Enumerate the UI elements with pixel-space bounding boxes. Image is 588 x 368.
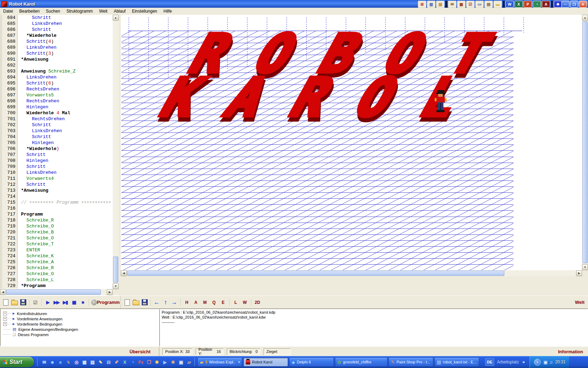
code-line[interactable]: 704 Schritt (0, 134, 113, 140)
scanner-icon[interactable]: ⊟ (105, 358, 113, 366)
mail-icon[interactable]: ✉ (40, 358, 48, 366)
tree-item[interactable]: +▶Vordefinierte Anweisungen (0, 316, 159, 321)
code-line[interactable]: 686 Schritt (0, 27, 113, 33)
tree-item[interactable]: ▤Eigene Anweisungen/Bedingungen (0, 327, 159, 332)
code-line[interactable]: 714 (0, 193, 113, 199)
word-icon[interactable]: W (505, 1, 514, 8)
code-line[interactable]: 721 Schreibe_O (0, 235, 113, 241)
taskbar-window-gronsfeld-chiffre[interactable]: ✿gronsfeld_chiffre (335, 357, 387, 367)
code-line[interactable]: 709 Schritt (0, 164, 113, 170)
calculator-icon[interactable]: ▦ (80, 358, 89, 366)
code-line[interactable]: 707 Schritt (0, 152, 113, 158)
code-line[interactable]: 720 Schreibe_B (0, 229, 113, 235)
code-line[interactable]: 685 LinksDrehen (0, 21, 113, 27)
brick-a-button[interactable]: A (192, 299, 200, 306)
code-line[interactable]: 684 Schritt (0, 15, 113, 21)
code-line[interactable]: 706 *Wiederhole} (0, 146, 113, 152)
taskbar-window-windows-expl-[interactable]: ▰3Windows Expl...▾ (197, 357, 242, 367)
tree-item[interactable]: ❑Dieses Programm (0, 332, 159, 337)
menu-datei[interactable]: Datei (0, 8, 16, 14)
language-indicator[interactable]: DE (485, 358, 494, 366)
menu-bearbeiten[interactable]: Bearbeiten (16, 8, 43, 14)
taskbar-window-paint-shop-pro-t-[interactable]: ✎Paint Shop Pro - t... (388, 357, 433, 367)
quicklaunch-handle[interactable] (37, 358, 39, 366)
camera-icon[interactable]: ▧ (436, 1, 444, 8)
pictures-icon[interactable]: ▣ (177, 358, 185, 366)
taskbar-window-robot-karol[interactable]: Robot Karol (243, 357, 288, 367)
code-line[interactable]: 691*Anweisung (0, 56, 113, 62)
view-2d-button[interactable]: 2D (254, 299, 261, 306)
code-line[interactable]: 719 Schreibe_O (0, 223, 113, 229)
code-line[interactable]: 690 Schritt(3) (0, 50, 113, 56)
world-horizontal-scrollbar[interactable]: ◀ ▶ (121, 270, 582, 276)
tray-chevron-icon[interactable]: ‹ (534, 359, 541, 366)
code-line[interactable]: 713*Anweisung (0, 188, 113, 193)
chevron-icon[interactable]: » (523, 360, 525, 364)
restore-button[interactable]: ❐ (570, 1, 578, 8)
cd-player-icon[interactable]: ◎ (72, 358, 80, 366)
journal-icon[interactable]: ▤ (484, 1, 493, 8)
code-line[interactable]: 726 Schreibe_R (0, 265, 113, 271)
brick-h-button[interactable]: H (183, 299, 190, 306)
code-line[interactable]: 689 LinksDrehen (0, 45, 113, 50)
open-file-icon[interactable] (11, 299, 18, 306)
editor-hscroll-thumb[interactable] (6, 289, 101, 295)
minimize-button[interactable]: ─ (561, 1, 569, 8)
scroll-down-icon[interactable]: ▼ (113, 283, 119, 289)
code-line[interactable]: 710 LinksDrehen (0, 170, 113, 176)
menu-einstellungen[interactable]: Einstellungen (129, 8, 160, 14)
tree-item[interactable]: +▶Kontrollstrukturen (0, 311, 159, 316)
desktop-toolbar-label[interactable]: Arbeitsplatz (497, 360, 519, 364)
world-3d-canvas[interactable]: ROBOTROBOTKAROLKAROL (121, 15, 582, 270)
world-vertical-scrollbar[interactable]: ▲ ▼ (582, 15, 588, 270)
fast-forward-icon[interactable]: ▶▶ (53, 299, 60, 306)
code-line[interactable]: 693Anweisung Schreibe_Z (0, 68, 113, 74)
code-line[interactable]: 701 RechtsDrehen (0, 116, 113, 122)
syntax-check-icon[interactable]: ☑ (32, 299, 39, 306)
new-file-icon[interactable] (2, 299, 9, 306)
editor-horizontal-scrollbar[interactable]: ◀ ▶ (0, 289, 113, 295)
ie-icon[interactable]: e (56, 358, 64, 366)
access-icon[interactable]: A (542, 1, 550, 8)
messenger-icon[interactable]: ☻ (48, 358, 56, 366)
close-button[interactable]: ✕ (579, 1, 587, 8)
paintbrush-icon[interactable]: ✐ (113, 358, 121, 366)
open-file-icon[interactable] (132, 299, 139, 306)
code-line[interactable]: 715// +++++++++ Programm +++++++++++ (0, 199, 113, 205)
compass-icon[interactable]: ◔ (129, 358, 137, 366)
step-icon[interactable]: ▶▮ (62, 299, 69, 306)
expand-icon[interactable]: + (3, 322, 7, 326)
brick-q-button[interactable]: Q (210, 299, 218, 306)
excel-icon[interactable]: X (121, 358, 129, 366)
menu-struktogramm[interactable]: Struktogramm (63, 8, 96, 14)
gear-icon[interactable]: ✱ (153, 358, 161, 366)
save-file-icon[interactable] (141, 299, 148, 306)
world-vscroll-thumb[interactable] (582, 21, 588, 263)
taskbar-window-delphi-6[interactable]: ◈Delphi 6 (289, 357, 334, 367)
pause-icon[interactable]: ▮▮ (70, 299, 77, 306)
code-line[interactable]: 694 LinksDrehen (0, 74, 113, 80)
scroll-down-icon[interactable]: ▼ (582, 264, 588, 270)
picture-icon[interactable]: ▥ (427, 1, 435, 8)
menu-hilfe[interactable]: Hilfe (160, 8, 175, 14)
code-line[interactable]: 697 Vorwaerts5 (0, 92, 113, 98)
menu-suchen[interactable]: Suchen (43, 8, 63, 14)
brick-e-button[interactable]: E (219, 299, 227, 306)
start-button[interactable]: Start (0, 357, 34, 367)
volume-icon[interactable]: ♫ (550, 360, 553, 365)
world-w-button[interactable]: W (241, 299, 248, 306)
code-line[interactable]: 723 ENTER (0, 247, 113, 253)
tasks-icon[interactable]: ☑ (466, 1, 475, 8)
code-line[interactable]: 698 RechtsDrehen (0, 98, 113, 104)
menu-welt[interactable]: Welt (96, 8, 111, 14)
code-line[interactable]: 705 Hinlegen (0, 140, 113, 146)
play-icon[interactable]: ▶ (44, 299, 51, 306)
world-hscroll-thumb[interactable] (127, 271, 504, 276)
code-line[interactable]: 695 Schritt(6) (0, 80, 113, 86)
tree-item[interactable]: +▶Vordefinierte Bedingungen (0, 321, 159, 327)
taskband-handle[interactable] (194, 358, 196, 366)
code-line[interactable]: 699 Hinlegen (0, 104, 113, 110)
code-line[interactable]: 692 (0, 62, 113, 68)
world-l-button[interactable]: L (232, 299, 239, 306)
scroll-right-icon[interactable]: ▶ (576, 270, 582, 276)
